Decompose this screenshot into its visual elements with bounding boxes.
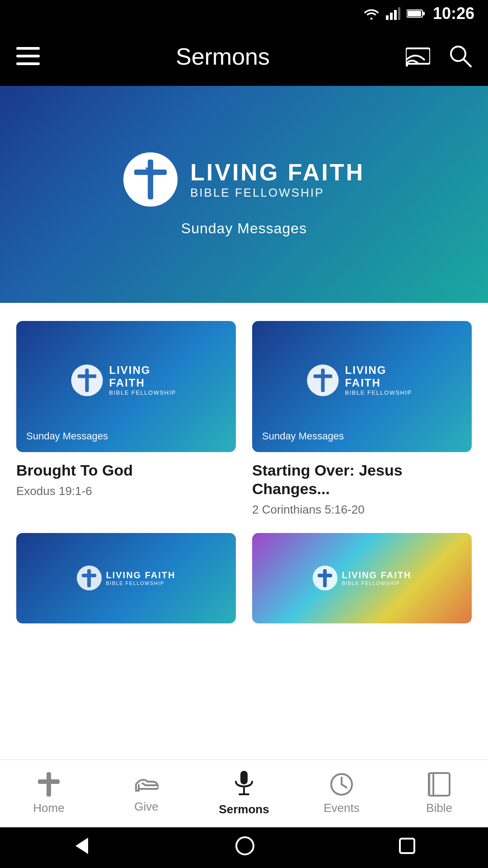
partial-church-name-2: LIVING FAITH BIBLE FELLOWSHIP bbox=[342, 570, 412, 586]
nav-label-home: Home bbox=[33, 801, 64, 815]
cast-icon bbox=[406, 46, 430, 66]
clock-icon bbox=[329, 772, 354, 797]
svg-marker-36 bbox=[75, 838, 88, 854]
svg-rect-9 bbox=[16, 62, 40, 65]
svg-rect-14 bbox=[148, 160, 153, 199]
svg-rect-3 bbox=[398, 7, 400, 20]
svg-line-13 bbox=[464, 59, 471, 66]
back-button[interactable] bbox=[72, 836, 92, 860]
partial-church-name-1: LIVING FAITH BIBLE FELLOWSHIP bbox=[106, 570, 176, 586]
bottom-nav: Home Give Sermons Events bbox=[0, 760, 488, 827]
thumb-church-name-1: LIVING FAITH BIBLE FELLOWSHIP bbox=[109, 364, 181, 396]
svg-rect-0 bbox=[386, 15, 389, 20]
status-bar: 10:26 bbox=[0, 0, 488, 27]
svg-rect-27 bbox=[240, 771, 248, 784]
church-name-main: LIVING FAITH bbox=[190, 159, 365, 186]
system-nav bbox=[0, 827, 488, 868]
svg-rect-5 bbox=[408, 11, 421, 16]
sermon-card-2[interactable]: LIVING FAITH BIBLE FELLOWSHIP Sunday Mes… bbox=[252, 321, 472, 517]
menu-button[interactable] bbox=[16, 47, 40, 66]
battery-icon bbox=[407, 9, 425, 19]
sermon-thumb-logo-1: LIVING FAITH BIBLE FELLOWSHIP bbox=[71, 364, 181, 396]
nav-label-sermons: Sermons bbox=[219, 802, 269, 816]
partial-logo-1: LIVING FAITH BIBLE FELLOWSHIP bbox=[77, 566, 176, 590]
sermon-grid: LIVING FAITH BIBLE FELLOWSHIP Sunday Mes… bbox=[16, 321, 472, 517]
cross-icon bbox=[38, 772, 60, 797]
sermon-card-1[interactable]: LIVING FAITH BIBLE FELLOWSHIP Sunday Mes… bbox=[16, 321, 236, 517]
hero-subtitle: Sunday Messages bbox=[181, 220, 307, 237]
sermon-thumb-bg-1: LIVING FAITH BIBLE FELLOWSHIP Sunday Mes… bbox=[16, 321, 236, 452]
sermon-scripture-1: Exodus 19:1-6 bbox=[16, 484, 236, 498]
sermon-title-1: Brought To God bbox=[16, 461, 236, 480]
mic-icon bbox=[234, 771, 254, 798]
nav-item-sermons[interactable]: Sermons bbox=[212, 771, 276, 816]
thumb-cross-2 bbox=[307, 364, 339, 396]
back-icon bbox=[72, 836, 92, 856]
partial-cross-1 bbox=[77, 566, 102, 590]
svg-rect-22 bbox=[82, 574, 96, 577]
svg-rect-19 bbox=[321, 368, 325, 392]
book-icon bbox=[428, 772, 450, 797]
svg-rect-25 bbox=[47, 772, 51, 797]
svg-rect-38 bbox=[400, 839, 414, 853]
partial-thumb-bg-2: LIVING FAITH BIBLE FELLOWSHIP bbox=[252, 533, 472, 623]
sermon-thumbnail-2: LIVING FAITH BIBLE FELLOWSHIP Sunday Mes… bbox=[252, 321, 472, 452]
svg-rect-18 bbox=[78, 374, 97, 378]
svg-rect-21 bbox=[87, 569, 91, 587]
sermon-thumb-bg-2: LIVING FAITH BIBLE FELLOWSHIP Sunday Mes… bbox=[252, 321, 472, 452]
svg-rect-33 bbox=[429, 773, 450, 796]
svg-rect-23 bbox=[323, 569, 327, 587]
sermon-scripture-2: 2 Corinthians 5:16-20 bbox=[252, 503, 472, 517]
search-button[interactable] bbox=[449, 45, 472, 69]
svg-rect-2 bbox=[394, 10, 397, 20]
signal-icon bbox=[386, 7, 400, 20]
sermon-thumbnail-1: LIVING FAITH BIBLE FELLOWSHIP Sunday Mes… bbox=[16, 321, 236, 452]
give-icon bbox=[134, 774, 159, 795]
sermon-thumb-logo-2: LIVING FAITH BIBLE FELLOWSHIP bbox=[307, 364, 417, 396]
header-icons bbox=[406, 45, 472, 69]
svg-point-37 bbox=[236, 837, 253, 854]
partial-logo-2: LIVING FAITH BIBLE FELLOWSHIP bbox=[313, 566, 412, 590]
status-time: 10:26 bbox=[433, 4, 474, 23]
partial-thumb-bg-1: LIVING FAITH BIBLE FELLOWSHIP bbox=[16, 533, 236, 623]
hero-banner: LIVING FAITH BIBLE FELLOWSHIP Sunday Mes… bbox=[0, 86, 488, 303]
nav-label-events: Events bbox=[324, 801, 360, 815]
svg-rect-7 bbox=[16, 47, 40, 50]
content-area: LIVING FAITH BIBLE FELLOWSHIP Sunday Mes… bbox=[0, 303, 488, 741]
recents-button[interactable] bbox=[398, 837, 416, 859]
svg-rect-20 bbox=[314, 374, 333, 378]
home-circle-icon bbox=[235, 836, 255, 856]
cross-symbol bbox=[134, 160, 167, 199]
hero-church-name: LIVING FAITH BIBLE FELLOWSHIP bbox=[190, 159, 365, 200]
church-name-sub: BIBLE FELLOWSHIP bbox=[190, 186, 365, 200]
svg-rect-6 bbox=[422, 12, 425, 15]
app-header: Sermons bbox=[0, 27, 488, 86]
nav-item-bible[interactable]: Bible bbox=[408, 772, 471, 815]
svg-line-32 bbox=[342, 784, 347, 788]
partial-thumb-1[interactable]: LIVING FAITH BIBLE FELLOWSHIP bbox=[16, 533, 236, 623]
hamburger-icon bbox=[16, 47, 40, 65]
nav-item-events[interactable]: Events bbox=[310, 772, 373, 815]
svg-rect-8 bbox=[16, 55, 40, 57]
hero-logo-row: LIVING FAITH BIBLE FELLOWSHIP bbox=[123, 152, 365, 207]
nav-item-give[interactable]: Give bbox=[115, 774, 178, 814]
nav-label-give: Give bbox=[134, 800, 158, 814]
sermon-title-2: Starting Over: Jesus Changes... bbox=[252, 461, 472, 498]
svg-rect-26 bbox=[38, 779, 60, 784]
recents-icon bbox=[398, 837, 416, 855]
second-row: LIVING FAITH BIBLE FELLOWSHIP LIVI bbox=[16, 533, 472, 623]
partial-cross-2 bbox=[313, 566, 338, 590]
thumb-church-name-2: LIVING FAITH BIBLE FELLOWSHIP bbox=[345, 364, 417, 396]
page-title: Sermons bbox=[176, 43, 270, 70]
status-icons bbox=[363, 7, 425, 20]
cast-button[interactable] bbox=[406, 46, 430, 68]
svg-rect-1 bbox=[390, 13, 393, 20]
partial-thumb-2[interactable]: LIVING FAITH BIBLE FELLOWSHIP bbox=[252, 533, 472, 623]
nav-item-home[interactable]: Home bbox=[17, 772, 80, 815]
thumb-cross-1 bbox=[71, 364, 103, 396]
search-icon bbox=[449, 45, 472, 67]
nav-label-bible: Bible bbox=[426, 801, 452, 815]
hero-cross-circle bbox=[123, 152, 178, 207]
home-button[interactable] bbox=[235, 836, 255, 860]
svg-rect-17 bbox=[85, 368, 89, 392]
